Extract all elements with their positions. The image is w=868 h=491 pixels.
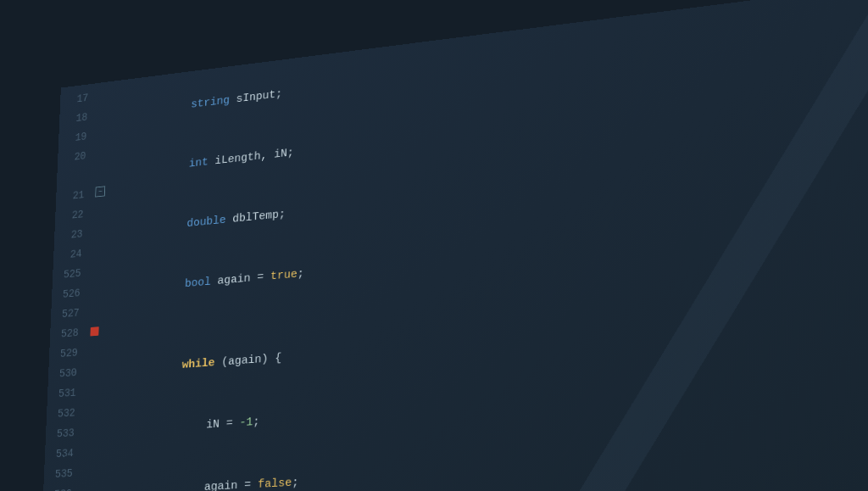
ln-536: 536 — [42, 484, 72, 491]
double-kw: double — [186, 214, 226, 230]
ln-21: 21 — [56, 186, 85, 208]
fold-marker-22[interactable]: − — [95, 186, 105, 197]
editor-wrapper: 17 18 19 20 21 22 23 24 525 526 527 528 … — [0, 0, 868, 491]
ln-22: 22 — [55, 205, 84, 227]
ln-20: 20 — [58, 147, 86, 170]
ln-526: 526 — [52, 283, 81, 305]
ln-23: 23 — [54, 225, 83, 247]
line-numbers: 17 18 19 20 21 22 23 24 525 526 527 528 … — [0, 87, 98, 491]
editor-root: 17 18 19 20 21 22 23 24 525 526 527 528 … — [0, 0, 868, 491]
ln-blank — [57, 166, 86, 189]
ln-527: 527 — [51, 304, 80, 326]
code-editor: 17 18 19 20 21 22 23 24 525 526 527 528 … — [0, 0, 868, 491]
false-kw: false — [258, 477, 292, 491]
ln-531: 531 — [47, 383, 77, 405]
while-kw: while — [181, 356, 214, 371]
ln-530: 530 — [48, 363, 78, 385]
ln-534: 534 — [44, 444, 74, 466]
ln-532: 532 — [47, 403, 76, 425]
bool-kw: bool — [185, 276, 211, 291]
ln-17: 17 — [60, 88, 89, 111]
ln-528: 528 — [50, 323, 79, 345]
neg-one: -1 — [239, 416, 253, 429]
ln-529: 529 — [49, 343, 78, 365]
int-kw: int — [189, 156, 209, 170]
ln-533: 533 — [46, 423, 75, 445]
ln-19: 19 — [58, 127, 87, 150]
ln-18: 18 — [59, 108, 88, 131]
code-area: 17 18 19 20 21 22 23 24 525 526 527 528 … — [0, 0, 868, 491]
ln-535: 535 — [43, 464, 73, 486]
code-lines: string sInput; int iLength, iN; double d… — [57, 0, 868, 491]
breakpoint-529[interactable] — [90, 326, 98, 336]
type-kw: string — [191, 94, 230, 111]
ln-525: 525 — [53, 264, 81, 286]
ln-24: 24 — [53, 244, 82, 266]
